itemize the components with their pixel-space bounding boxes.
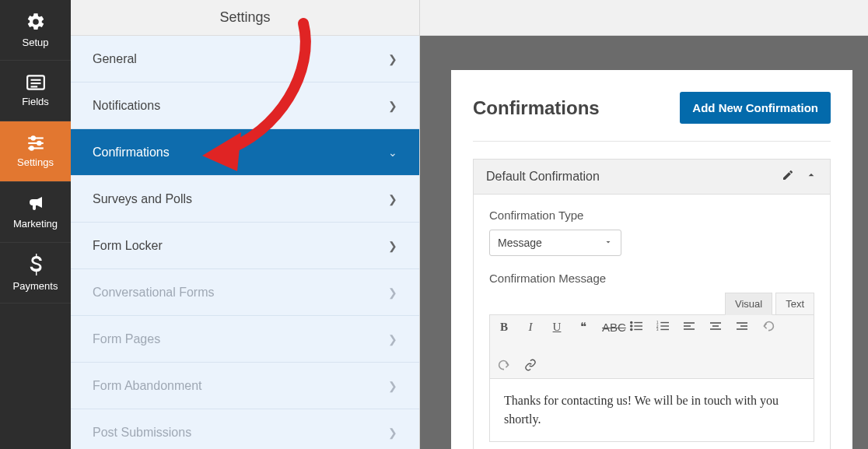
rich-text-editor: Visual Text B I U ❝ ABC [489,293,814,442]
align-right-icon[interactable] [734,321,750,334]
settings-submenu-title: Settings [71,0,419,36]
submenu-item-form-locker[interactable]: Form Locker ❯ [71,223,419,269]
submenu-label: General [93,52,137,66]
submenu-label: Form Pages [93,332,160,346]
rail-label: Fields [22,96,49,107]
chevron-right-icon: ❯ [388,53,397,65]
submenu-item-form-pages[interactable]: Form Pages ❯ [71,316,419,363]
canvas-area: Confirmations Add New Confirmation Defau… [420,0,868,449]
page-title: Confirmations [473,97,600,119]
list-icon [26,74,46,91]
chevron-right-icon: ❯ [388,333,397,346]
editor-content[interactable]: Thanks for contacting us! We will be in … [489,379,814,442]
svg-point-5 [31,136,34,139]
submenu-label: Conversational Forms [93,286,215,300]
redo-icon[interactable] [496,360,512,373]
panel-title: Default Confirmation [486,170,600,184]
svg-point-14 [631,328,632,330]
confirmation-type-label: Confirmation Type [489,209,814,222]
chevron-right-icon: ❯ [388,240,397,252]
edit-icon[interactable] [782,169,794,184]
select-value: Message [498,237,542,249]
gear-icon [26,12,46,32]
submenu-label: Notifications [93,99,160,113]
editor-toolbar: B I U ❝ ABC 123 [489,314,814,379]
submenu-label: Form Locker [93,239,163,253]
rail-item-setup[interactable]: Setup [0,0,71,61]
align-center-icon[interactable] [708,321,723,334]
chevron-down-icon: ⌄ [388,146,397,159]
sliders-icon [26,135,46,152]
number-list-icon[interactable]: 123 [655,321,670,334]
chevron-right-icon: ❯ [388,286,397,299]
chevron-down-icon [604,237,613,249]
chevron-right-icon: ❯ [388,380,397,392]
svg-point-7 [37,142,40,145]
submenu-item-form-abandonment[interactable]: Form Abandonment ❯ [71,363,419,409]
svg-text:3: 3 [656,328,659,331]
svg-point-10 [631,321,632,323]
svg-point-9 [30,146,33,149]
confirmations-panel: Confirmations Add New Confirmation Defau… [451,70,852,449]
rail-label: Marketing [13,218,58,230]
canvas-header-strip [420,0,868,36]
editor-tab-visual[interactable]: Visual [725,293,772,315]
bold-icon[interactable]: B [496,321,512,334]
chevron-right-icon: ❯ [388,100,397,112]
quote-icon[interactable]: ❝ [576,320,591,334]
left-rail: Setup Fields Settings Marketing Payments [0,0,71,449]
confirmation-panel: Default Confirmation Confirmation Type M… [473,159,831,449]
align-left-icon[interactable] [681,321,697,334]
rail-item-fields[interactable]: Fields [0,61,71,121]
confirmation-type-select[interactable]: Message [489,230,621,256]
undo-icon[interactable] [761,321,776,334]
rail-label: Setup [23,37,49,48]
link-icon[interactable] [523,359,538,374]
add-confirmation-button[interactable]: Add New Confirmation [680,92,831,124]
rail-item-settings[interactable]: Settings [0,121,71,182]
chevron-up-icon[interactable] [805,169,817,184]
submenu-label: Surveys and Polls [93,192,192,206]
rail-label: Payments [13,280,58,292]
rail-item-marketing[interactable]: Marketing [0,182,71,243]
strike-icon[interactable]: ABC [602,321,618,334]
italic-icon[interactable]: I [523,321,538,334]
chevron-right-icon: ❯ [388,193,397,205]
submenu-item-post-submissions[interactable]: Post Submissions ❯ [71,409,419,449]
chevron-right-icon: ❯ [388,426,397,439]
submenu-label: Confirmations [93,146,170,160]
panel-header[interactable]: Default Confirmation [474,160,830,195]
dollar-icon [28,254,44,275]
rail-item-payments[interactable]: Payments [0,243,71,303]
underline-icon[interactable]: U [549,321,565,334]
submenu-item-general[interactable]: General ❯ [71,36,419,82]
submenu-label: Post Submissions [93,426,191,440]
svg-point-12 [631,324,632,326]
submenu-item-conversational-forms[interactable]: Conversational Forms ❯ [71,269,419,316]
submenu-item-confirmations[interactable]: Confirmations ⌄ [71,129,419,176]
editor-tab-text[interactable]: Text [775,293,814,315]
submenu-label: Form Abandonment [93,379,202,393]
bullet-list-icon[interactable] [628,321,644,334]
submenu-item-surveys[interactable]: Surveys and Polls ❯ [71,176,419,223]
submenu-item-notifications[interactable]: Notifications ❯ [71,82,419,129]
bullhorn-icon [25,195,47,213]
confirmation-message-label: Confirmation Message [489,272,814,285]
settings-submenu: Settings General ❯ Notifications ❯ Confi… [71,0,420,449]
rail-label: Settings [17,156,54,168]
